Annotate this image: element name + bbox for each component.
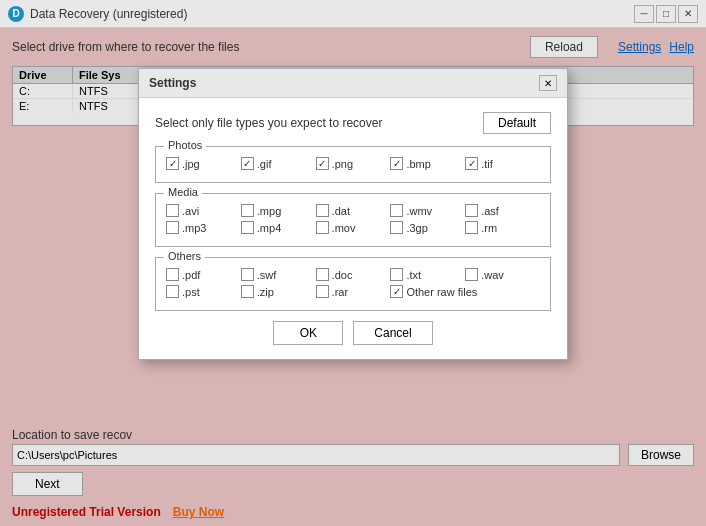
close-button[interactable]: ✕ <box>678 5 698 23</box>
gif-checkbox-item[interactable]: .gif <box>241 157 316 170</box>
png-checkbox-item[interactable]: .png <box>316 157 391 170</box>
other-raw-checkbox-item[interactable]: Other raw files <box>390 285 540 298</box>
wmv-checkbox[interactable] <box>390 204 403 217</box>
wav-checkbox-item[interactable]: .wav <box>465 268 540 281</box>
rm-checkbox[interactable] <box>465 221 478 234</box>
txt-checkbox[interactable] <box>390 268 403 281</box>
zip-checkbox[interactable] <box>241 285 254 298</box>
app-body: Select drive from where to recover the f… <box>0 28 706 526</box>
dat-checkbox-item[interactable]: .dat <box>316 204 391 217</box>
dialog-title-bar: Settings ✕ <box>139 69 567 98</box>
wav-checkbox[interactable] <box>465 268 478 281</box>
doc-checkbox[interactable] <box>316 268 329 281</box>
pst-label: .pst <box>182 286 200 298</box>
doc-checkbox-item[interactable]: .doc <box>316 268 391 281</box>
photos-group: Photos .jpg .gif .png <box>155 146 551 183</box>
default-button[interactable]: Default <box>483 112 551 134</box>
swf-checkbox-item[interactable]: .swf <box>241 268 316 281</box>
bmp-label: .bmp <box>406 158 430 170</box>
dialog-close-button[interactable]: ✕ <box>539 75 557 91</box>
pdf-label: .pdf <box>182 269 200 281</box>
media-group: Media .avi .mpg .dat <box>155 193 551 247</box>
asf-label: .asf <box>481 205 499 217</box>
dat-label: .dat <box>332 205 350 217</box>
avi-checkbox[interactable] <box>166 204 179 217</box>
tif-checkbox-item[interactable]: .tif <box>465 157 540 170</box>
minimize-button[interactable]: ─ <box>634 5 654 23</box>
doc-label: .doc <box>332 269 353 281</box>
swf-label: .swf <box>257 269 277 281</box>
avi-label: .avi <box>182 205 199 217</box>
3gp-label: .3gp <box>406 222 427 234</box>
zip-label: .zip <box>257 286 274 298</box>
app-icon: D <box>8 6 24 22</box>
dialog-body: Select only file types you expect to rec… <box>139 98 567 359</box>
bmp-checkbox-item[interactable]: .bmp <box>390 157 465 170</box>
txt-label: .txt <box>406 269 421 281</box>
mp4-label: .mp4 <box>257 222 281 234</box>
3gp-checkbox[interactable] <box>390 221 403 234</box>
wmv-checkbox-item[interactable]: .wmv <box>390 204 465 217</box>
mpg-checkbox[interactable] <box>241 204 254 217</box>
mp3-checkbox[interactable] <box>166 221 179 234</box>
gif-checkbox[interactable] <box>241 157 254 170</box>
mp4-checkbox[interactable] <box>241 221 254 234</box>
other-raw-checkbox[interactable] <box>390 285 403 298</box>
dialog-overlay: Settings ✕ Select only file types you ex… <box>0 28 706 526</box>
pdf-checkbox-item[interactable]: .pdf <box>166 268 241 281</box>
avi-checkbox-item[interactable]: .avi <box>166 204 241 217</box>
mov-label: .mov <box>332 222 356 234</box>
wav-label: .wav <box>481 269 504 281</box>
asf-checkbox[interactable] <box>465 204 478 217</box>
mpg-checkbox-item[interactable]: .mpg <box>241 204 316 217</box>
tif-checkbox[interactable] <box>465 157 478 170</box>
media-row-2: .mp3 .mp4 .mov .3gp <box>166 221 540 234</box>
png-label: .png <box>332 158 353 170</box>
others-row-2: .pst .zip .rar Other raw files <box>166 285 540 298</box>
other-raw-label: Other raw files <box>406 286 477 298</box>
photos-group-label: Photos <box>164 139 206 151</box>
swf-checkbox[interactable] <box>241 268 254 281</box>
others-group: Others .pdf .swf .doc <box>155 257 551 311</box>
rar-label: .rar <box>332 286 349 298</box>
asf-checkbox-item[interactable]: .asf <box>465 204 540 217</box>
gif-label: .gif <box>257 158 272 170</box>
rar-checkbox[interactable] <box>316 285 329 298</box>
tif-label: .tif <box>481 158 493 170</box>
settings-dialog: Settings ✕ Select only file types you ex… <box>138 68 568 360</box>
photos-row: .jpg .gif .png .bmp <box>166 157 540 170</box>
cancel-button[interactable]: Cancel <box>353 321 432 345</box>
mpg-label: .mpg <box>257 205 281 217</box>
dat-checkbox[interactable] <box>316 204 329 217</box>
others-group-label: Others <box>164 250 205 262</box>
bmp-checkbox[interactable] <box>390 157 403 170</box>
pdf-checkbox[interactable] <box>166 268 179 281</box>
mp3-checkbox-item[interactable]: .mp3 <box>166 221 241 234</box>
3gp-checkbox-item[interactable]: .3gp <box>390 221 465 234</box>
pst-checkbox[interactable] <box>166 285 179 298</box>
mov-checkbox[interactable] <box>316 221 329 234</box>
others-row-1: .pdf .swf .doc .txt <box>166 268 540 281</box>
title-bar-text: Data Recovery (unregistered) <box>30 7 634 21</box>
dialog-instruction: Select only file types you expect to rec… <box>155 116 483 130</box>
title-bar: D Data Recovery (unregistered) ─ □ ✕ <box>0 0 706 28</box>
title-bar-controls: ─ □ ✕ <box>634 5 698 23</box>
dialog-title: Settings <box>149 76 539 90</box>
maximize-button[interactable]: □ <box>656 5 676 23</box>
pst-checkbox-item[interactable]: .pst <box>166 285 241 298</box>
jpg-checkbox[interactable] <box>166 157 179 170</box>
mov-checkbox-item[interactable]: .mov <box>316 221 391 234</box>
media-group-label: Media <box>164 186 202 198</box>
wmv-label: .wmv <box>406 205 432 217</box>
mp4-checkbox-item[interactable]: .mp4 <box>241 221 316 234</box>
txt-checkbox-item[interactable]: .txt <box>390 268 465 281</box>
jpg-label: .jpg <box>182 158 200 170</box>
rar-checkbox-item[interactable]: .rar <box>316 285 391 298</box>
png-checkbox[interactable] <box>316 157 329 170</box>
zip-checkbox-item[interactable]: .zip <box>241 285 316 298</box>
dialog-top-row: Select only file types you expect to rec… <box>155 112 551 134</box>
dialog-buttons: OK Cancel <box>155 321 551 345</box>
ok-button[interactable]: OK <box>273 321 343 345</box>
jpg-checkbox-item[interactable]: .jpg <box>166 157 241 170</box>
rm-checkbox-item[interactable]: .rm <box>465 221 540 234</box>
